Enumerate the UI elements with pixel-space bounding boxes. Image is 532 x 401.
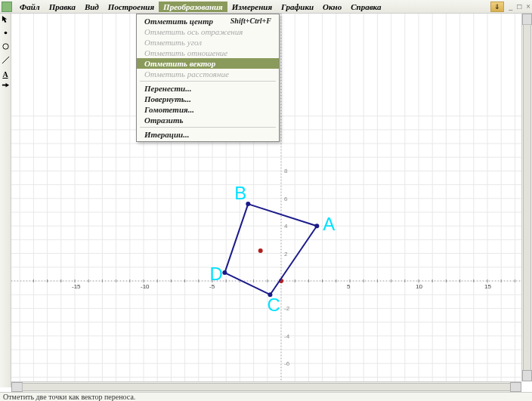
svg-point-118 [314,224,319,228]
svg-text:D: D [209,264,222,284]
menu-item[interactable]: Перенести... [137,83,279,94]
svg-text:4: 4 [284,223,288,230]
menu-item: Отметить угол [137,37,279,48]
svg-text:6: 6 [284,196,288,202]
menubar: ФайлПравкаВидПостроенияПреобразованияИзм… [0,0,532,14]
svg-line-115 [224,204,248,273]
text-tool[interactable]: A [1,69,11,81]
close-button[interactable]: × [526,2,530,11]
minimize-button[interactable]: _ [509,2,512,11]
svg-line-116 [224,273,270,295]
menu-справка[interactable]: Справка [346,2,385,12]
custom-tool[interactable] [1,82,11,94]
toolbar: A [0,14,11,387]
svg-point-0 [4,32,7,35]
svg-text:-10: -10 [141,283,150,290]
svg-point-113 [258,248,263,253]
svg-text:2: 2 [284,251,288,258]
app-icon [2,2,12,12]
svg-text:-15: -15 [72,283,81,290]
statusbar: Отметить две точки как вектор переноса. [0,392,532,401]
menu-item[interactable]: Отметить центрShift+Ctrl+F [137,16,279,26]
menu-item[interactable]: Отразить [137,115,279,125]
svg-text:-4: -4 [284,333,290,340]
svg-text:A: A [323,214,335,234]
menu-item: Отметить отношение [137,48,279,58]
svg-text:-2: -2 [284,305,290,312]
point-tool[interactable] [1,29,11,41]
menu-преобразования[interactable]: Преобразования [159,2,227,12]
transform-menu: Отметить центрShift+Ctrl+FОтметить ось о… [136,14,280,142]
status-text: Отметить две точки как вектор переноса. [3,393,135,401]
menu-item: Отметить ось отражения [137,26,279,37]
scrollbar-horizontal[interactable] [11,381,521,392]
menu-построения[interactable]: Построения [104,2,159,12]
window-controls: ⇓ _ □ × [490,2,530,12]
svg-text:C: C [267,295,280,315]
arrow-tool[interactable] [1,15,11,27]
menu-item[interactable]: Отметить вектор [137,58,279,69]
menu-графики[interactable]: Графики [277,2,318,12]
svg-text:10: 10 [416,283,422,290]
svg-text:B: B [234,183,246,203]
menu-правка[interactable]: Правка [45,2,80,12]
svg-text:8: 8 [284,168,288,174]
menu-окно[interactable]: Окно [318,2,346,12]
svg-point-124 [222,270,227,275]
svg-point-1 [2,44,8,49]
menu-файл[interactable]: Файл [15,2,45,12]
svg-text:-6: -6 [284,360,290,367]
svg-line-114 [248,204,317,226]
svg-line-2 [2,57,8,63]
circle-tool[interactable] [1,42,11,54]
menu-item[interactable]: Итерации... [137,129,279,140]
download-icon[interactable]: ⇓ [490,2,504,12]
scrollbar-vertical[interactable] [521,14,532,381]
menu-separator [140,127,276,128]
svg-line-117 [270,226,317,295]
menu-item: Отметить расстояние [137,69,279,79]
svg-text:15: 15 [484,283,491,290]
menu-item[interactable]: Повернуть... [137,94,279,104]
line-tool[interactable] [1,56,11,68]
menu-вид[interactable]: Вид [80,2,104,12]
menu-separator [140,81,276,82]
menu-item[interactable]: Гомотетия... [137,104,279,115]
maximize-button[interactable]: □ [517,2,521,11]
svg-text:-5: -5 [209,283,215,290]
svg-text:5: 5 [347,283,351,290]
menu-измерения[interactable]: Измерения [227,2,277,12]
